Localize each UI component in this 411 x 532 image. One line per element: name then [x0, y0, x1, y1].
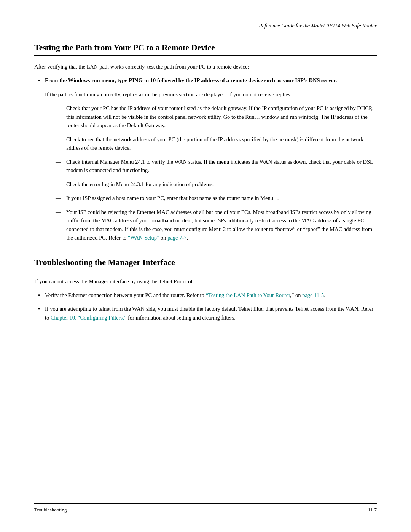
page-footer: Troubleshooting 11-7 — [34, 503, 377, 513]
s2b1-text-after: . — [324, 292, 325, 298]
section2-bullet2: • If you are attempting to telnet from t… — [38, 305, 377, 322]
dash-item-2: — Check to see that the network address … — [56, 135, 377, 152]
configuring-filters-link[interactable]: Chapter 10, “Configuring Filters,” — [51, 315, 126, 321]
section1-indent-block: If the path is functioning correctly, re… — [45, 90, 377, 242]
section2-bullet-symbol-2: • — [38, 305, 45, 322]
footer-left: Troubleshooting — [34, 507, 67, 513]
section2-bullet1: • Verify the Ethernet connection between… — [38, 291, 377, 299]
section2-intro: If you cannot access the Manager interfa… — [34, 277, 377, 286]
wan-setup-link[interactable]: “WAN Setup” — [128, 235, 159, 241]
dash-symbol-2: — — [56, 135, 66, 152]
section2-title: Troubleshooting the Manager Interface — [34, 257, 377, 270]
s2b1-text-middle: ,” on — [290, 292, 302, 298]
dash-item-4: — Check the error log in Menu 24.3.1 for… — [56, 180, 377, 189]
section2-bullet1-content: Verify the Ethernet connection between y… — [45, 291, 377, 299]
section1-indent-intro: If the path is functioning correctly, re… — [45, 90, 377, 99]
dash6-text-after: . — [187, 235, 188, 241]
section2-bullet2-content: If you are attempting to telnet from the… — [45, 305, 377, 322]
dash-symbol-4: — — [56, 180, 66, 189]
section1-bullet1-text: From the Windows run menu, type PING -n … — [45, 76, 377, 85]
dash-content-6: Your ISP could be rejecting the Ethernet… — [66, 208, 377, 242]
section-testing-path: Testing the Path from Your PC to a Remot… — [34, 43, 377, 242]
dash-item-3: — Check internal Manager Menu 24.1 to ve… — [56, 158, 377, 175]
section-troubleshooting: Troubleshooting the Manager Interface If… — [34, 257, 377, 322]
dash-item-5: — If your ISP assigned a host name to yo… — [56, 194, 377, 202]
dash-item-6: — Your ISP could be rejecting the Ethern… — [56, 208, 377, 242]
dash-item-1: — Check that your PC has the IP address … — [56, 104, 377, 129]
dash-content-3: Check internal Manager Menu 24.1 to veri… — [66, 158, 377, 175]
s2b2-text-after: for information about setting and cleari… — [126, 315, 236, 321]
bullet-symbol: • — [38, 76, 45, 85]
section2-bullet-symbol-1: • — [38, 291, 45, 299]
dash-content-5: If your ISP assigned a host name to your… — [66, 194, 377, 202]
section1-intro: After verifying that the LAN path works … — [34, 62, 377, 71]
dash6-text-middle: on — [159, 235, 167, 241]
page-header: Reference Guide for the Model RP114 Web … — [34, 23, 377, 32]
dash-symbol-1: — — [56, 104, 66, 129]
s2b1-text-before: Verify the Ethernet connection between y… — [45, 292, 206, 298]
dash6-text-before: Your ISP could be rejecting the Ethernet… — [66, 209, 372, 241]
section1-bullet1: • From the Windows run menu, type PING -… — [38, 76, 377, 85]
section1-title: Testing the Path from Your PC to a Remot… — [34, 43, 377, 56]
dash-content-1: Check that your PC has the IP address of… — [66, 104, 377, 129]
header-title: Reference Guide for the Model RP114 Web … — [259, 23, 377, 29]
testing-lan-path-link[interactable]: “Testing the LAN Path to Your Router — [206, 292, 290, 298]
page-11-5-link[interactable]: page 11-5 — [302, 292, 324, 298]
page: Reference Guide for the Model RP114 Web … — [0, 0, 411, 532]
dash-content-2: Check to see that the network address of… — [66, 135, 377, 152]
page-7-7-link[interactable]: page 7-7 — [167, 235, 186, 241]
dash-symbol-6: — — [56, 208, 66, 242]
dash-symbol-3: — — [56, 158, 66, 175]
dash-content-4: Check the error log in Menu 24.3.1 for a… — [66, 180, 377, 189]
footer-right: 11-7 — [368, 507, 377, 513]
dash-symbol-5: — — [56, 194, 66, 202]
